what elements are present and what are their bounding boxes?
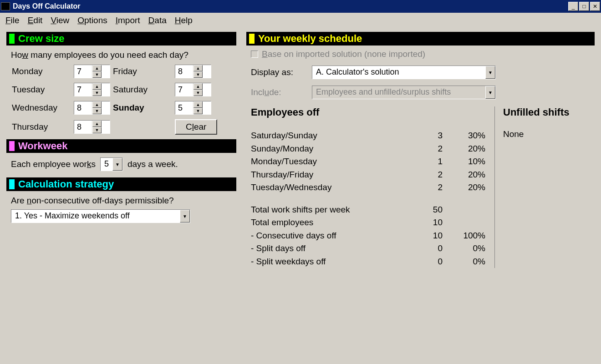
close-button[interactable]: ✕: [590, 2, 600, 11]
employees-off-row: Tuesday/Wednesday220%: [251, 181, 485, 194]
include-value: Employees and unfilled/surplus shifts: [312, 86, 485, 99]
menu-view[interactable]: View: [51, 15, 69, 25]
window-title: Days Off Calculator: [13, 2, 80, 10]
calc-title: Calculation strategy: [18, 178, 114, 190]
workweek-suffix: days a week.: [127, 159, 178, 169]
totals-row: Total employees10: [251, 216, 485, 229]
menu-data[interactable]: Data: [148, 15, 167, 25]
accent-icon: [9, 179, 15, 189]
label-friday: Friday: [113, 66, 172, 76]
employees-off-title: Employees off: [251, 106, 485, 118]
up-icon[interactable]: ▲: [194, 65, 203, 71]
display-as-value: A. Calculator's solution: [312, 66, 485, 79]
up-icon[interactable]: ▲: [92, 83, 102, 90]
clear-button[interactable]: Clear: [175, 119, 217, 135]
down-icon[interactable]: ▼: [92, 108, 102, 114]
include-select: Employees and unfilled/surplus shifts ▼: [312, 86, 496, 99]
calc-prompt: Are non-consecutive off-days permissible…: [11, 196, 232, 206]
input-sunday[interactable]: [175, 101, 194, 114]
calc-header: Calculation strategy: [6, 177, 236, 191]
workweek-header: Workweek: [6, 139, 236, 153]
base-on-imported-row: Base on imported solution (none imported…: [251, 49, 590, 59]
label-monday: Monday: [12, 66, 71, 76]
spinner-thursday[interactable]: ▲▼: [74, 120, 110, 134]
spinner-monday[interactable]: ▲▼: [74, 65, 110, 78]
down-icon[interactable]: ▼: [92, 90, 102, 96]
spinner-friday[interactable]: ▲▼: [175, 65, 211, 78]
down-icon[interactable]: ▼: [92, 71, 102, 78]
employees-off-row: Sunday/Monday220%: [251, 142, 485, 156]
label-thursday: Thursday: [12, 122, 71, 132]
display-as-label: Display as:: [251, 67, 306, 77]
totals-row: - Split weekdays off00%: [251, 255, 485, 268]
accent-icon: [249, 34, 255, 44]
menu-import[interactable]: Import: [116, 15, 140, 25]
workweek-value: 5: [101, 158, 112, 171]
base-on-imported-checkbox: [251, 51, 258, 58]
input-monday[interactable]: [74, 65, 92, 78]
down-icon[interactable]: ▼: [194, 108, 203, 114]
menu-help[interactable]: Help: [175, 15, 193, 25]
menu-edit[interactable]: Edit: [28, 15, 43, 25]
calc-select[interactable]: 1. Yes - Maximize weekends off ▼: [11, 209, 190, 223]
up-icon[interactable]: ▲: [194, 83, 203, 90]
base-on-imported-label: Base on imported solution (none imported…: [262, 49, 425, 59]
unfilled-shifts-title: Unfilled shifts: [503, 106, 590, 118]
label-sunday: Sunday: [113, 103, 172, 113]
app-icon: [1, 2, 10, 10]
display-as-select[interactable]: A. Calculator's solution ▼: [312, 66, 496, 79]
employees-off-row: Saturday/Sunday330%: [251, 129, 485, 142]
up-icon[interactable]: ▲: [92, 65, 102, 71]
input-wednesday[interactable]: [74, 101, 92, 114]
menubar: File Edit View Options Import Data Help: [0, 13, 601, 29]
up-icon[interactable]: ▲: [92, 101, 102, 108]
up-icon[interactable]: ▲: [92, 121, 102, 127]
chevron-down-icon[interactable]: ▼: [180, 210, 190, 222]
input-tuesday[interactable]: [74, 83, 92, 96]
label-wednesday: Wednesday: [12, 103, 71, 113]
menu-file[interactable]: File: [5, 15, 20, 25]
chevron-down-icon[interactable]: ▼: [112, 158, 122, 171]
crew-size-header: Crew size: [6, 32, 236, 46]
workweek-prompt: Each employee works: [11, 159, 96, 169]
unfilled-shifts-value: None: [503, 129, 590, 139]
employees-off-row: Thursday/Friday220%: [251, 168, 485, 182]
menu-options[interactable]: Options: [77, 15, 107, 25]
down-icon[interactable]: ▼: [194, 71, 203, 78]
schedule-title: Your weekly schedule: [258, 33, 362, 45]
crew-prompt: How many employees do you need each day?: [6, 46, 236, 63]
titlebar: Days Off Calculator _ □ ✕: [0, 0, 601, 13]
totals-row: - Consecutive days off10100%: [251, 229, 485, 243]
up-icon[interactable]: ▲: [194, 101, 203, 108]
schedule-header: Your weekly schedule: [246, 32, 595, 46]
maximize-button[interactable]: □: [579, 2, 589, 11]
input-saturday[interactable]: [175, 83, 194, 96]
workweek-title: Workweek: [18, 140, 67, 152]
totals-row: - Split days off00%: [251, 242, 485, 255]
input-friday[interactable]: [175, 65, 194, 78]
down-icon[interactable]: ▼: [92, 127, 102, 133]
accent-icon: [9, 141, 15, 151]
input-thursday[interactable]: [74, 121, 92, 133]
label-saturday: Saturday: [113, 85, 172, 95]
spinner-wednesday[interactable]: ▲▼: [74, 101, 110, 115]
spinner-saturday[interactable]: ▲▼: [175, 83, 211, 96]
calc-selected-value: 1. Yes - Maximize weekends off: [11, 210, 180, 222]
employees-off-row: Monday/Tuesday110%: [251, 155, 485, 168]
accent-icon: [9, 34, 15, 44]
chevron-down-icon: ▼: [485, 86, 495, 99]
chevron-down-icon[interactable]: ▼: [485, 66, 495, 79]
spinner-tuesday[interactable]: ▲▼: [74, 83, 110, 96]
crew-size-title: Crew size: [18, 33, 65, 45]
workweek-select[interactable]: 5 ▼: [100, 157, 123, 171]
include-label: Include:: [251, 87, 306, 97]
totals-row: Total work shifts per week50: [251, 203, 485, 217]
label-tuesday: Tuesday: [12, 85, 71, 95]
minimize-button[interactable]: _: [568, 2, 578, 11]
down-icon[interactable]: ▼: [194, 90, 203, 96]
spinner-sunday[interactable]: ▲▼: [175, 101, 211, 115]
